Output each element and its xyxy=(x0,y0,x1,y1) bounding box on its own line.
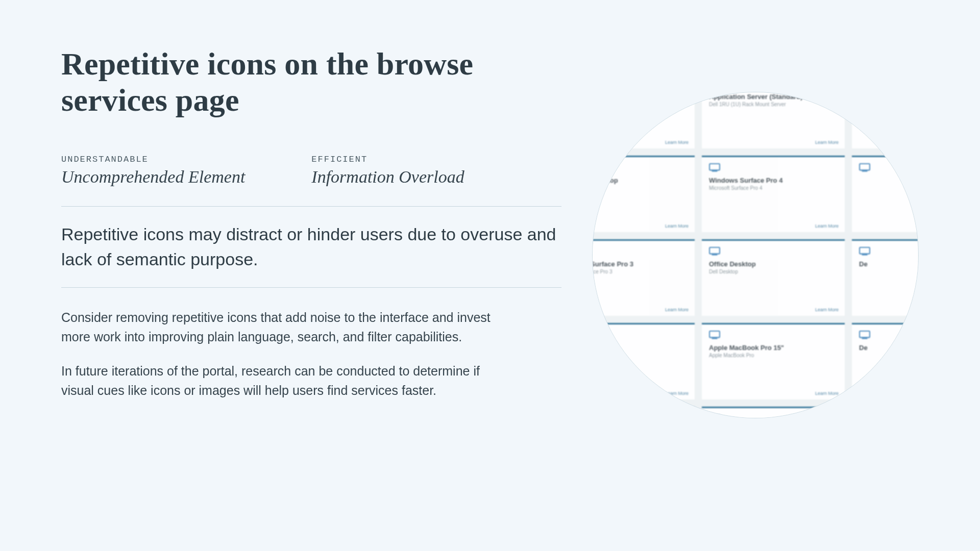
tag-label: EFFICIENT xyxy=(311,155,464,164)
monitor-icon xyxy=(859,414,870,418)
monitor-icon xyxy=(709,414,720,418)
card-subtitle: Dell Precision 490 xyxy=(592,185,688,191)
svg-rect-10 xyxy=(860,164,870,170)
svg-rect-21 xyxy=(712,338,718,339)
service-card: Microsoft Surface Pro 3Microsoft Surface… xyxy=(592,239,695,316)
svg-rect-20 xyxy=(709,331,720,338)
service-card: De xyxy=(852,323,918,399)
service-card: Office DesktopDell DesktopLearn More xyxy=(702,239,845,316)
svg-rect-17 xyxy=(862,254,868,255)
page-title: Repetitive icons on the browse services … xyxy=(61,46,561,119)
service-card: De xyxy=(852,239,918,316)
monitor-icon xyxy=(709,247,720,256)
card-subtitle: Apple MacBook Pro xyxy=(709,353,838,358)
svg-rect-26 xyxy=(709,415,720,418)
svg-rect-23 xyxy=(862,338,868,339)
monitor-icon xyxy=(859,247,870,256)
svg-rect-14 xyxy=(709,247,720,254)
card-title: Executive Desktop xyxy=(592,177,688,184)
card-title: Microsoft Surface Pro 3 xyxy=(592,260,688,268)
service-card xyxy=(852,407,918,418)
service-card: Windows Surface Pro 4Microsoft Surface P… xyxy=(702,156,845,232)
card-subtitle: Microsoft Surface Pro 3 xyxy=(592,269,688,274)
service-card-grid: & Oracle LicenseRack Mount ServerLearn M… xyxy=(592,92,918,418)
summary-text: Repetitive icons may distract or hinder … xyxy=(61,207,561,288)
card-subtitle: Dell 1RU (1U) Rack Mount Server xyxy=(709,102,838,107)
service-card xyxy=(852,92,918,148)
svg-rect-15 xyxy=(712,254,718,255)
paragraph: In future iterations of the portal, rese… xyxy=(61,362,500,400)
monitor-icon xyxy=(859,163,870,172)
learn-more-link: Learn More xyxy=(665,140,689,145)
service-card: Application Server (Standard)Dell 1RU (1… xyxy=(702,92,845,148)
monitor-icon xyxy=(859,331,870,340)
svg-rect-28 xyxy=(860,415,870,418)
tag-understandable: UNDERSTANDABLE Uncomprehended Element xyxy=(61,155,245,187)
tag-label: UNDERSTANDABLE xyxy=(61,155,245,164)
card-title: De xyxy=(859,260,911,268)
card-title: Office Desktop xyxy=(709,260,838,268)
learn-more-link: Learn More xyxy=(815,140,839,145)
card-title: Sales Laptop xyxy=(592,344,688,352)
learn-more-link: Learn More xyxy=(665,391,689,396)
svg-rect-22 xyxy=(860,331,870,338)
body-copy: Consider removing repetitive icons that … xyxy=(61,288,500,400)
paragraph: Consider removing repetitive icons that … xyxy=(61,308,500,346)
card-subtitle: Dell Desktop xyxy=(709,269,838,274)
svg-rect-8 xyxy=(709,164,720,170)
monitor-icon xyxy=(709,331,720,340)
learn-more-link: Learn More xyxy=(815,391,839,396)
service-card: Sales LaptopAcer Aspire R4Learn More xyxy=(592,323,695,399)
card-title: Application Server (Standard) xyxy=(709,93,838,101)
card-title: Apple MacBook Pro 15" xyxy=(709,344,838,352)
learn-more-link: Learn More xyxy=(665,307,689,312)
tag-efficient: EFFICIENT Information Overload xyxy=(311,155,464,187)
card-subtitle: Rack Mount Server xyxy=(592,102,688,107)
tag-row: UNDERSTANDABLE Uncomprehended Element EF… xyxy=(61,155,561,187)
illustration-circle: & Oracle LicenseRack Mount ServerLearn M… xyxy=(592,92,919,418)
tag-value: Information Overload xyxy=(311,167,464,187)
card-title: & Oracle License xyxy=(592,93,688,101)
service-card: Apple iPhone 6sApple iPhone xyxy=(702,407,845,418)
card-title: De xyxy=(859,344,911,352)
card-subtitle: Microsoft Surface Pro 4 xyxy=(709,185,838,191)
service-card xyxy=(852,156,918,232)
card-subtitle: Acer Aspire R4 xyxy=(592,353,688,358)
card-title: Windows Surface Pro 4 xyxy=(709,177,838,184)
learn-more-link: Learn More xyxy=(665,223,689,229)
service-card: Executive DesktopDell Precision 490Learn… xyxy=(592,156,695,232)
service-card: Apple MacBook Pro 15"Apple MacBook ProLe… xyxy=(702,323,845,399)
monitor-icon xyxy=(709,163,720,172)
service-card: & Oracle LicenseRack Mount ServerLearn M… xyxy=(592,92,695,148)
svg-rect-11 xyxy=(862,170,868,171)
learn-more-link: Learn More xyxy=(815,223,839,229)
svg-rect-9 xyxy=(712,170,718,171)
svg-rect-16 xyxy=(860,247,870,254)
learn-more-link: Learn More xyxy=(815,307,839,312)
tag-value: Uncomprehended Element xyxy=(61,167,245,187)
service-card xyxy=(592,407,695,418)
